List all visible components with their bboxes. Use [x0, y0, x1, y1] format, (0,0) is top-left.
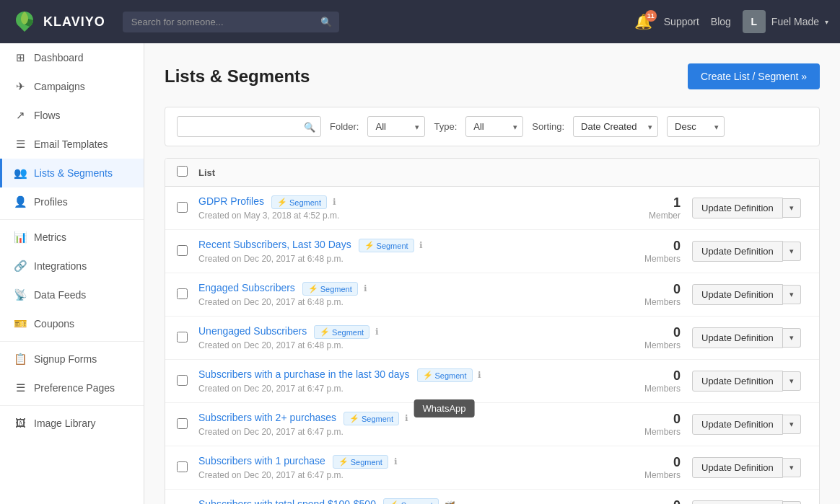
main-content: Lists & Segments Create List / Segment »… — [144, 43, 840, 504]
list-name-7[interactable]: Subscribers with total spend $100-$500 — [198, 498, 376, 504]
list-name-2[interactable]: Engaged Subscribers — [198, 282, 295, 293]
lists-table: List GDPR Profiles ⚡ Segment — [165, 158, 820, 504]
segment-badge-7: ⚡ Segment — [383, 498, 439, 504]
notification-bell[interactable]: 🔔 11 — [634, 13, 652, 30]
table-row: Engaged Subscribers ⚡ Segment ℹ Created … — [165, 273, 819, 317]
sidebar-item-preference-pages[interactable]: ☰ Preference Pages — [0, 373, 144, 402]
filter-search-input[interactable] — [177, 116, 321, 137]
update-definition-dropdown-4[interactable]: ▾ — [783, 371, 801, 391]
table-row: Subscribers with total spend $100-$500 ⚡… — [165, 490, 819, 504]
header-check — [177, 166, 198, 179]
row-checkbox-4[interactable] — [177, 375, 188, 386]
row-check-5 — [177, 418, 198, 431]
count-number-5: 0 — [620, 412, 681, 427]
table-row: GDPR Profiles ⚡ Segment ℹ Created on May… — [165, 187, 819, 230]
row-info-4: Subscribers with a purchase in the last … — [198, 368, 620, 394]
info-icon-5: ℹ — [405, 413, 408, 423]
row-count-2: 0 Members — [620, 282, 692, 307]
blog-link[interactable]: Blog — [711, 16, 731, 27]
order-select[interactable]: Desc Asc — [667, 116, 725, 137]
row-check-4 — [177, 375, 198, 388]
coupons-icon: 🎫 — [14, 317, 27, 330]
row-count-4: 0 Members — [620, 368, 692, 394]
update-definition-button-2[interactable]: Update Definition — [692, 284, 783, 305]
search-bar: 🔍 — [123, 12, 339, 32]
update-definition-button-0[interactable]: Update Definition — [692, 198, 783, 218]
update-definition-button-7[interactable]: Update Definition — [692, 500, 783, 504]
table-row: Subscribers with 1 purchase ⚡ Segment ℹ … — [165, 446, 819, 490]
update-definition-button-1[interactable]: Update Definition — [692, 241, 783, 262]
sidebar-label-image-library: Image Library — [34, 417, 96, 429]
segment-badge-6: ⚡ Segment — [333, 455, 388, 469]
sidebar-label-signup-forms: Signup Forms — [34, 353, 97, 365]
update-definition-dropdown-3[interactable]: ▾ — [783, 328, 801, 348]
sidebar-item-image-library[interactable]: 🖼 Image Library — [0, 409, 144, 437]
row-info-5: Subscribers with 2+ purchases ⚡ Segment … — [198, 412, 620, 437]
sidebar-item-flows[interactable]: ↗ Flows — [0, 101, 144, 130]
sidebar-label-flows: Flows — [34, 110, 61, 121]
update-definition-button-5[interactable]: Update Definition — [692, 414, 783, 435]
update-definition-dropdown-0[interactable]: ▾ — [783, 198, 801, 218]
list-name-6[interactable]: Subscribers with 1 purchase — [198, 455, 325, 467]
sidebar: ⊞ Dashboard ✈ Campaigns ↗ Flows ☰ Email … — [0, 43, 144, 504]
sorting-select[interactable]: Date Created — [573, 116, 658, 137]
update-definition-button-4[interactable]: Update Definition — [692, 371, 783, 392]
support-link[interactable]: Support — [664, 16, 699, 27]
type-select[interactable]: All — [465, 116, 523, 137]
sidebar-item-data-feeds[interactable]: 📡 Data Feeds — [0, 280, 144, 309]
profiles-icon: 👤 — [14, 195, 27, 208]
row-checkbox-1[interactable] — [177, 245, 188, 256]
order-select-wrapper: Desc Asc — [667, 116, 725, 137]
sidebar-item-coupons[interactable]: 🎫 Coupons — [0, 309, 144, 338]
count-label-5: Members — [620, 427, 681, 437]
list-name-3[interactable]: Unengaged Subscribers — [198, 325, 307, 337]
count-number-4: 0 — [620, 368, 681, 384]
row-checkbox-6[interactable] — [177, 461, 188, 472]
create-list-segment-button[interactable]: Create List / Segment » — [688, 63, 820, 89]
sidebar-label-coupons: Coupons — [34, 318, 74, 330]
row-checkbox-0[interactable] — [177, 202, 188, 213]
badge-icon-2: ⚡ — [308, 284, 318, 293]
sidebar-item-dashboard[interactable]: ⊞ Dashboard — [0, 43, 144, 72]
info-icon-1: ℹ — [419, 240, 423, 250]
row-info-1: Recent Subscribers, Last 30 Days ⚡ Segme… — [198, 239, 620, 264]
sidebar-label-preference-pages: Preference Pages — [34, 382, 115, 394]
update-definition-dropdown-7[interactable]: ▾ — [783, 501, 801, 504]
avatar: L — [743, 10, 766, 33]
search-input[interactable] — [123, 12, 339, 32]
sidebar-item-email-templates[interactable]: ☰ Email Templates — [0, 130, 144, 159]
row-actions-4: Update Definition ▾ — [692, 371, 808, 392]
update-definition-dropdown-1[interactable]: ▾ — [783, 242, 801, 261]
folder-select[interactable]: All — [367, 116, 425, 137]
metrics-icon: 📊 — [14, 231, 27, 244]
update-definition-button-3[interactable]: Update Definition — [692, 327, 783, 348]
sidebar-item-signup-forms[interactable]: 📋 Signup Forms — [0, 345, 144, 373]
type-select-wrapper: All — [465, 116, 523, 137]
list-name-5[interactable]: Subscribers with 2+ purchases — [198, 412, 336, 423]
select-all-checkbox[interactable] — [177, 166, 188, 177]
update-definition-button-6[interactable]: Update Definition — [692, 457, 783, 478]
list-name-0[interactable]: GDPR Profiles — [198, 195, 264, 207]
row-checkbox-5[interactable] — [177, 418, 188, 429]
update-definition-dropdown-6[interactable]: ▾ — [783, 458, 801, 477]
row-checkbox-3[interactable] — [177, 332, 188, 342]
list-name-1[interactable]: Recent Subscribers, Last 30 Days — [198, 239, 351, 250]
badge-icon-7: ⚡ — [389, 500, 399, 504]
preference-pages-icon: ☰ — [14, 381, 27, 394]
table-row: Subscribers with a purchase in the last … — [165, 360, 819, 403]
user-menu[interactable]: L Fuel Made ▾ — [743, 10, 828, 33]
sidebar-item-campaigns[interactable]: ✈ Campaigns — [0, 72, 144, 101]
row-checkbox-2[interactable] — [177, 288, 188, 299]
row-check-1 — [177, 245, 198, 258]
sidebar-item-profiles[interactable]: 👤 Profiles — [0, 187, 144, 216]
row-actions-2: Update Definition ▾ — [692, 284, 808, 305]
update-definition-dropdown-5[interactable]: ▾ — [783, 415, 801, 434]
list-name-4[interactable]: Subscribers with a purchase in the last … — [198, 368, 410, 380]
update-definition-dropdown-2[interactable]: ▾ — [783, 285, 801, 304]
sidebar-item-metrics[interactable]: 📊 Metrics — [0, 223, 144, 252]
logo-text: KLAVIYO — [43, 14, 105, 30]
header-list: List — [198, 167, 808, 178]
segment-badge-3: ⚡ Segment — [314, 325, 369, 339]
sidebar-item-lists-segments[interactable]: 👥 Lists & Segments — [0, 159, 144, 187]
sidebar-item-integrations[interactable]: 🔗 Integrations — [0, 252, 144, 280]
